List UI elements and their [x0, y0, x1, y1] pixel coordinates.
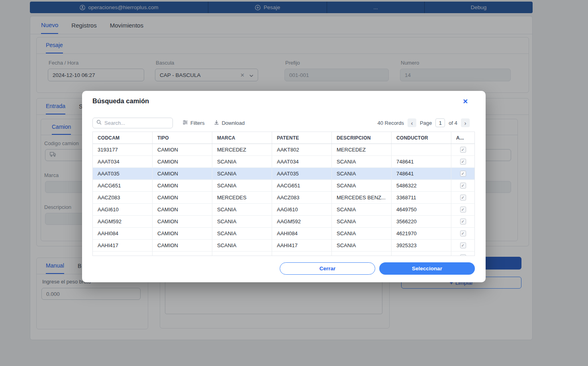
close-icon[interactable]: ✕ — [463, 98, 468, 105]
download-button[interactable]: Download — [214, 120, 245, 126]
table-row[interactable]: AACG651CAMIONSCANIAAACG651SCANIA5486322✓ — [93, 180, 474, 192]
cell-patente: AACZ083 — [272, 192, 332, 203]
cell-codcam: AAAT035 — [93, 168, 153, 179]
col-tipo[interactable]: TIPO — [153, 132, 212, 144]
cell-tipo: CAMION — [153, 192, 212, 203]
checkbox-checked-icon[interactable]: ✓ — [460, 230, 466, 236]
cell-conductor: 3368711 — [392, 192, 451, 203]
col-marca[interactable]: MARCA — [212, 132, 272, 144]
col-conductor[interactable]: CONDUCTOR — [392, 132, 451, 144]
search-box — [92, 118, 173, 128]
download-icon — [214, 120, 219, 126]
cell-codcam: AAHI084 — [93, 228, 153, 239]
cell-conductor: 4649750 — [392, 204, 451, 215]
cell-descripcion: SCANIA — [332, 168, 392, 179]
cell-codcam: AACZ083 — [93, 192, 153, 203]
cell-marca: SCANIA — [212, 180, 272, 191]
cell-checkbox: ✓ — [451, 216, 474, 227]
cell-checkbox: ✓ — [451, 228, 474, 239]
page-label: Page — [420, 120, 432, 126]
cell-tipo: CAMION — [153, 168, 212, 179]
prev-page-button[interactable]: ‹ — [408, 118, 416, 127]
checkbox-checked-icon[interactable]: ✓ — [460, 159, 466, 165]
cell-descripcion: SCANIA — [332, 180, 392, 191]
seleccionar-button[interactable]: Seleccionar — [379, 262, 475, 275]
cell-patente — [272, 252, 332, 256]
filters-button[interactable]: Filters — [182, 120, 204, 126]
cell-conductor — [392, 252, 451, 256]
cell-descripcion: SCANIA — [332, 228, 392, 239]
cell-marca: SCANIA — [212, 168, 272, 179]
cell-conductor: 4621970 — [392, 228, 451, 239]
filters-label: Filters — [190, 120, 204, 126]
cell-patente: AAAT035 — [272, 168, 332, 179]
cell-codcam: AAGM592 — [93, 216, 153, 227]
cell-patente: AACG651 — [272, 180, 332, 191]
camion-table: CODCAM TIPO MARCA PATENTE DESCRIPCION CO… — [92, 132, 475, 256]
col-codcam[interactable]: CODCAM — [93, 132, 153, 144]
cell-tipo: CAMION — [153, 216, 212, 227]
table-row[interactable]: AAHI417CAMIONSCANIAAAHI417SCANIA3925323✓ — [93, 240, 474, 252]
checkbox-checked-icon[interactable]: ✓ — [460, 195, 466, 201]
table-header: CODCAM TIPO MARCA PATENTE DESCRIPCION CO… — [93, 132, 474, 144]
table-row[interactable]: ✓ — [93, 252, 474, 256]
table-row[interactable]: AAAT034CAMIONSCANIAAAAT034SCANIA748641✓ — [93, 156, 474, 168]
page-input[interactable] — [435, 118, 445, 127]
table-row[interactable]: 3193177CAMIONMERCEDEZAAKT802MERCEDEZ✓ — [93, 144, 474, 156]
cell-descripcion: MERCEDES BENZ... — [332, 192, 392, 203]
cell-tipo: CAMION — [153, 144, 212, 155]
next-page-button[interactable]: › — [461, 118, 470, 127]
cell-marca: SCANIA — [212, 204, 272, 215]
cell-descripcion: SCANIA — [332, 204, 392, 215]
table-row[interactable]: AACZ083CAMIONMERCEDESAACZ083MERCEDES BEN… — [93, 192, 474, 204]
cell-descripcion — [332, 252, 392, 256]
cell-tipo — [153, 252, 212, 256]
table-row[interactable]: AAAT035CAMIONSCANIAAAAT035SCANIA748641✓ — [93, 168, 474, 180]
cell-marca: SCANIA — [212, 156, 272, 167]
cell-marca: SCANIA — [212, 216, 272, 227]
checkbox-checked-icon[interactable]: ✓ — [460, 242, 466, 248]
cell-checkbox: ✓ — [451, 204, 474, 215]
cell-tipo: CAMION — [153, 240, 212, 251]
cell-patente: AAAT034 — [272, 156, 332, 167]
cell-descripcion: SCANIA — [332, 240, 392, 251]
table-row[interactable]: AAGI610CAMIONSCANIAAAGI610SCANIA4649750✓ — [93, 204, 474, 216]
cell-tipo: CAMION — [153, 156, 212, 167]
checkbox-checked-icon[interactable]: ✓ — [460, 254, 466, 256]
table-row[interactable]: AAHI084CAMIONSCANIAAAHI084SCANIA4621970✓ — [93, 228, 474, 240]
busqueda-camion-modal: Búsqueda camión ✕ Filters Download — [82, 91, 486, 282]
cell-codcam — [93, 252, 153, 256]
records-count: 40 Records — [377, 120, 404, 126]
camion-table-body: 3193177CAMIONMERCEDEZAAKT802MERCEDEZ✓AAA… — [93, 144, 474, 256]
col-patente[interactable]: PATENTE — [272, 132, 332, 144]
cell-descripcion: MERCEDEZ — [332, 144, 392, 155]
checkbox-checked-icon[interactable]: ✓ — [460, 171, 466, 177]
cell-patente: AAGM592 — [272, 216, 332, 227]
cell-checkbox: ✓ — [451, 252, 474, 256]
search-input[interactable] — [104, 120, 169, 126]
checkbox-checked-icon[interactable]: ✓ — [460, 183, 466, 189]
cell-marca: SCANIA — [212, 240, 272, 251]
modal-title: Búsqueda camión — [92, 97, 149, 105]
filters-icon — [182, 120, 188, 126]
checkbox-checked-icon[interactable]: ✓ — [460, 147, 466, 153]
cell-checkbox: ✓ — [451, 144, 474, 155]
download-label: Download — [221, 120, 245, 126]
cell-patente: AAHI084 — [272, 228, 332, 239]
cell-tipo: CAMION — [153, 228, 212, 239]
checkbox-checked-icon[interactable]: ✓ — [460, 207, 466, 213]
cerrar-button[interactable]: Cerrar — [280, 262, 375, 275]
cell-marca: MERCEDEZ — [212, 144, 272, 155]
table-row[interactable]: AAGM592CAMIONSCANIAAAGM592SCANIA3566220✓ — [93, 216, 474, 228]
cell-tipo: CAMION — [153, 204, 212, 215]
checkbox-checked-icon[interactable]: ✓ — [460, 218, 466, 224]
cell-conductor: 748641 — [392, 168, 451, 179]
cell-conductor: 748641 — [392, 156, 451, 167]
cell-marca: MERCEDES — [212, 192, 272, 203]
page: operaciones@hierroplus.com Pesaje ... De… — [0, 0, 588, 366]
col-descripcion[interactable]: DESCRIPCION — [332, 132, 392, 144]
col-activo[interactable]: A... — [451, 132, 474, 144]
cell-conductor: 5486322 — [392, 180, 451, 191]
cell-marca: SCANIA — [212, 228, 272, 239]
cell-patente: AAKT802 — [272, 144, 332, 155]
